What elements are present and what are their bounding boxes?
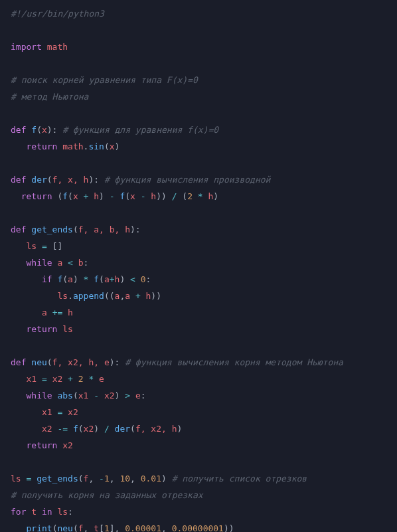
name: math <box>62 141 83 151</box>
name: a <box>42 308 47 317</box>
op: + <box>110 274 115 284</box>
comment-line: # функция вычисления производной <box>104 175 270 185</box>
name: x2 <box>84 424 94 434</box>
name: x2 <box>68 407 78 417</box>
name: ls <box>57 507 68 517</box>
def-keyword: def <box>11 224 26 234</box>
call: f <box>94 274 99 284</box>
in-keyword: in <box>42 507 52 517</box>
number: 1 <box>104 523 110 532</box>
name: b <box>78 258 84 268</box>
params: f, x2, h, e <box>52 357 110 367</box>
op: * <box>88 374 94 384</box>
number: 1 <box>104 474 110 484</box>
module-name: math <box>47 42 68 52</box>
def-keyword: def <box>11 357 26 367</box>
name: f <box>78 523 84 532</box>
op: += <box>52 308 63 317</box>
op: * <box>84 274 89 284</box>
call: abs <box>57 391 72 400</box>
number: 2 <box>187 191 193 201</box>
op: - <box>110 191 115 201</box>
number: 0.00001 <box>125 523 161 532</box>
name: h <box>68 308 73 317</box>
function-name: der <box>31 175 46 185</box>
op: = <box>57 407 62 417</box>
name: x2 <box>42 424 52 434</box>
name: e <box>99 374 104 384</box>
name: x1 <box>26 374 37 384</box>
op: = <box>42 241 47 251</box>
op: / <box>104 424 110 434</box>
name: h <box>151 191 156 201</box>
name: x <box>73 191 78 201</box>
name: ls <box>11 474 21 484</box>
return-keyword: return <box>26 440 57 450</box>
function-name: f <box>31 125 37 135</box>
call: get_ends <box>37 474 78 484</box>
for-keyword: for <box>11 507 26 517</box>
name: t <box>31 507 37 517</box>
name: t <box>94 523 99 532</box>
call: print <box>26 523 52 532</box>
op: < <box>68 258 73 268</box>
while-keyword: while <box>26 258 52 268</box>
name: x <box>130 191 135 201</box>
function-name: get_ends <box>31 224 73 234</box>
number: 10 <box>119 474 130 484</box>
comment-line: # получить корня на заданных отрезках <box>11 490 203 500</box>
name: x2 <box>104 391 115 400</box>
op: - <box>94 391 99 400</box>
name: ls <box>62 324 73 334</box>
name: h <box>94 191 99 201</box>
op: / <box>172 191 177 201</box>
while-keyword: while <box>26 391 52 400</box>
number: 2 <box>78 374 84 384</box>
name: a <box>104 274 110 284</box>
call: der <box>115 424 130 434</box>
op: < <box>130 274 135 284</box>
name: f, x2, h <box>135 424 177 434</box>
call: f <box>62 191 68 201</box>
name: x2 <box>62 440 73 450</box>
name: a <box>68 274 73 284</box>
comment-line: # функция вычисления корня методом Ньюто… <box>125 357 343 367</box>
op: + <box>135 291 141 301</box>
op: + <box>84 191 89 201</box>
def-keyword: def <box>11 125 26 135</box>
params: f, a, b, h <box>78 224 130 234</box>
function-name: neu <box>31 357 46 367</box>
name: e <box>135 391 141 400</box>
number: 0 <box>141 274 146 284</box>
name: x1 <box>42 407 52 417</box>
comment-line: # получить список отрезков <box>172 474 307 484</box>
import-keyword: import <box>11 42 42 52</box>
op: - <box>141 191 146 201</box>
name: a <box>125 291 130 301</box>
return-keyword: return <box>26 141 57 151</box>
code-block: #!/usr/bin/python3 import math # поиск к… <box>0 0 397 532</box>
op: = <box>26 474 31 484</box>
return-keyword: return <box>21 191 52 201</box>
op: = <box>42 374 47 384</box>
number: 0.01 <box>141 474 161 484</box>
param: x <box>42 125 47 135</box>
call: f <box>73 424 78 434</box>
comment-line: # функция для уравнения f(x)=0 <box>62 125 218 135</box>
op: * <box>198 191 203 201</box>
name: x2 <box>52 374 63 384</box>
op: -= <box>57 424 68 434</box>
name: ls <box>57 291 68 301</box>
comment-line: # поиск корней уравнения типа F(x)=0 <box>11 75 198 85</box>
name: a <box>57 258 62 268</box>
number: 0.00000001 <box>172 523 224 532</box>
call: neu <box>57 523 72 532</box>
def-keyword: def <box>11 175 26 185</box>
name: x <box>110 141 115 151</box>
shebang-comment: #!/usr/bin/python3 <box>11 9 104 19</box>
name: ls <box>26 241 37 251</box>
method-call: append <box>73 291 104 301</box>
op: > <box>125 391 130 400</box>
op: + <box>68 374 73 384</box>
if-keyword: if <box>42 274 52 284</box>
